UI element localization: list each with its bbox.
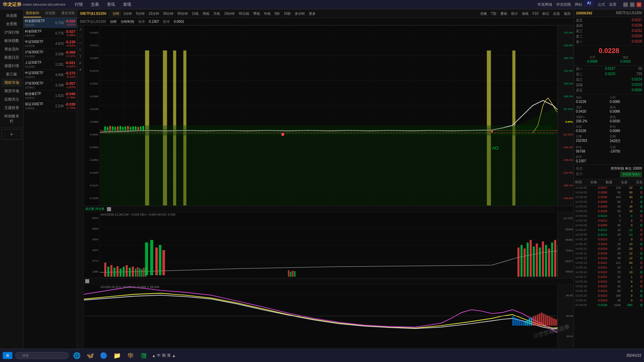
sidebar-item-hk[interactable]: 港股行情 <box>1 62 22 70</box>
dt-line[interactable]: ⟋ <box>78 34 83 39</box>
menu-item-market[interactable]: 行情 <box>71 0 87 9</box>
trade-row: 14:55:17 0.0221 31 1 买 <box>574 275 644 280</box>
taskbar-search[interactable] <box>15 352 69 359</box>
svg-text:AO: AO <box>492 145 499 150</box>
menu-item-trade[interactable]: 交易 <box>87 0 103 9</box>
stock-row-3[interactable]: 沪深300ETF 510300 3.206 -0.069 -2.11% <box>23 49 77 59</box>
svg-rect-54 <box>139 268 141 277</box>
svg-point-36 <box>281 133 284 136</box>
close-button[interactable]: × <box>637 2 641 7</box>
tb-time-weekly[interactable]: 周线 <box>201 11 211 17</box>
stock-row-2[interactable]: 中证500ETF 510500 4.870 -0.236 -4.62% <box>23 39 77 49</box>
taskbar-edge[interactable]: 🔵 <box>98 350 109 361</box>
sidebar-item-panorama[interactable]: 全景图 <box>1 20 22 28</box>
tb-time-15m[interactable]: 15分钟 <box>147 11 161 17</box>
menu-formula[interactable]: 公式 <box>598 2 605 7</box>
minimize-button[interactable]: — <box>623 2 628 7</box>
tb-redraw[interactable]: 重画 <box>499 11 509 17</box>
sidebar-item-theme[interactable]: 主题投资 <box>1 104 22 112</box>
taskbar-files[interactable]: 📁 <box>112 350 122 361</box>
stock-row-0[interactable]: 科创股50ETF 588080 0.759 -0.024 -3.07% <box>23 18 77 28</box>
kdj-area-header: × <box>84 279 574 285</box>
tb-time-fenshi[interactable]: 分时 <box>111 11 121 17</box>
start-button[interactable]: ⊞ <box>3 352 12 359</box>
dt-fib[interactable]: F <box>78 60 83 66</box>
dt-clear[interactable]: ✕ <box>78 67 83 72</box>
svg-rect-50 <box>129 268 131 277</box>
sidebar-add-button[interactable]: + <box>1 129 22 140</box>
tab-my-stocks[interactable]: 自选股 <box>41 9 59 17</box>
sidebar-item-recent[interactable]: 近期关注 <box>1 95 22 104</box>
tb-time-60m[interactable]: 60分钟 <box>176 11 190 17</box>
taskbar-app2[interactable]: 华 <box>125 350 136 361</box>
kdj-close-btn[interactable]: × <box>85 279 89 283</box>
sidebar-item-neeq[interactable]: 新三板 <box>1 70 22 78</box>
sidebar-item-futures[interactable]: 期货市场 <box>1 87 22 95</box>
tb-time-year[interactable]: 年线 <box>262 11 272 17</box>
svg-rect-58 <box>145 242 148 275</box>
svg-rect-51 <box>132 266 134 277</box>
tb-switch[interactable]: 切换 <box>479 11 489 17</box>
tb-time-daily[interactable]: 日线 <box>190 11 200 17</box>
tb-mark[interactable]: 标记 <box>541 11 551 17</box>
tb-draw[interactable]: 画线 <box>520 11 530 17</box>
tb-time-more[interactable]: 更多 <box>307 11 317 17</box>
sidebar-item-options[interactable]: 期权市场 <box>1 78 22 87</box>
stock-row-1[interactable]: 科创50ETF 588000 0.776 -0.027 -3.36% <box>23 28 77 39</box>
dt-text[interactable]: T <box>78 54 83 59</box>
tb-time-5m[interactable]: 5分钟 <box>134 11 146 17</box>
tb-back[interactable]: 返回 <box>562 11 572 17</box>
buy-3-row: 买三 0.0224 <box>574 77 644 82</box>
tb-t-shape[interactable]: T型 <box>489 11 498 17</box>
tb-stats[interactable]: 统计 <box>509 11 520 17</box>
sidebar-item-sector[interactable]: 板块指数 <box>1 37 22 45</box>
chart-kdj-area: × <box>84 279 574 354</box>
menu-hltg[interactable]: 华龙投顾 <box>556 2 571 7</box>
tb-f10[interactable]: F10 <box>531 11 540 16</box>
tb-time-5s[interactable]: 5秒 <box>273 11 282 17</box>
tb-mystock[interactable]: 自选 <box>551 11 561 17</box>
sidebar-item-mystock[interactable]: 自选股 <box>1 11 22 20</box>
tb-time-15s[interactable]: 15秒 <box>282 11 292 17</box>
tb-time-45d[interactable]: 45日线 <box>237 11 251 17</box>
tab-recent-browse[interactable]: 最近浏览 <box>59 9 77 17</box>
taskbar-app1[interactable]: 🦋 <box>85 350 96 361</box>
stock-row-6[interactable]: 沪深300ETF 159901 3.348 -0.057 -1.67% <box>23 80 77 90</box>
sidebar-item-star[interactable]: 科创板专栏 <box>1 112 22 125</box>
menu-item-news[interactable]: 资讯 <box>103 0 119 9</box>
stock-row-5[interactable]: 中证500ETF 159922 4.946 -0.272 -5.21% <box>23 70 77 80</box>
taskbar-browser[interactable]: 🌐 <box>71 350 82 361</box>
sidebar-item-shsz[interactable]: 沪深行情 <box>1 28 22 37</box>
ci-type: 分时 <box>110 19 117 24</box>
stock-row-8[interactable]: 深证100ETF 159901 2.234 -0.039 -1.72% <box>23 101 77 111</box>
sidebar-item-ipo[interactable]: 新股日历 <box>1 53 22 62</box>
price-chart-canvas: AO 371.9% 318.8% 265.7% 212.5% 159.4% <box>84 25 574 205</box>
sys-icon-lang[interactable]: 中 <box>157 353 161 358</box>
tb-time-season[interactable]: 季线 <box>252 11 262 17</box>
stock-row-7[interactable]: 创业板ETF 159915 1.623 -0.046 -2.76% <box>23 90 77 101</box>
tb-time-30m[interactable]: 30分钟 <box>161 11 175 17</box>
sidebar-item-money[interactable]: 资金流向 <box>1 45 22 53</box>
tab-equity-underlying[interactable]: 股权标的 <box>23 9 41 17</box>
maximize-button[interactable]: □ <box>630 2 635 7</box>
dt-hline[interactable]: — <box>78 40 83 46</box>
tb-time-1m[interactable]: 1分钟 <box>122 11 134 17</box>
menu-settings[interactable]: 设置 <box>609 2 616 7</box>
svg-rect-68 <box>521 245 523 277</box>
svg-rect-55 <box>141 269 143 277</box>
menu-hlwc[interactable]: 华龙网城 <box>537 2 552 7</box>
ai-badge[interactable]: Ai <box>584 0 594 6</box>
vol-svg <box>84 212 574 278</box>
dt-rect[interactable]: □ <box>78 47 83 52</box>
vol-close-btn[interactable]: × <box>107 207 111 211</box>
taskbar-wechat[interactable]: 微 <box>139 350 149 361</box>
stock-row-4[interactable]: 上证50ETF 510050 2.261 -0.021 -0.92% <box>23 59 77 70</box>
dt-arrow[interactable]: ↗ <box>78 27 83 32</box>
sys-icon-en[interactable]: 英 <box>167 353 171 358</box>
sys-icon-2: ▲ <box>172 354 176 358</box>
menu-item-discover[interactable]: 发现 <box>119 0 135 9</box>
menu-website[interactable]: 网站 <box>575 2 582 7</box>
tb-time-10m[interactable]: 10分钟 <box>222 11 236 17</box>
tb-time-multi[interactable]: 多分时 <box>293 11 307 17</box>
tb-time-monthly[interactable]: 月线 <box>212 11 222 17</box>
